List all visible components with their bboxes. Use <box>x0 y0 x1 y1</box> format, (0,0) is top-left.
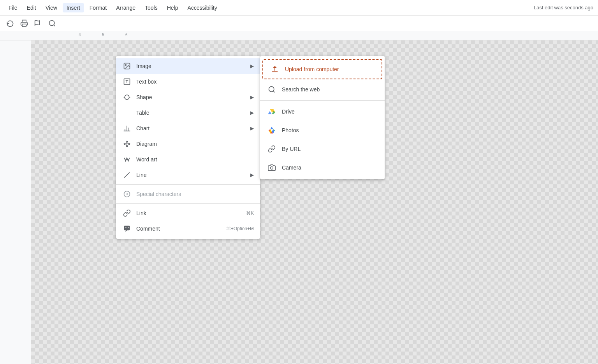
camera-icon <box>266 162 277 173</box>
ruler-mark-5: 5 <box>101 33 125 37</box>
menu-item-wordart[interactable]: Word art <box>116 152 260 167</box>
photos-icon <box>266 125 277 136</box>
insert-menu: Image ▶ Text box <box>116 56 260 239</box>
svg-line-27 <box>125 230 127 231</box>
svg-point-19 <box>126 145 127 147</box>
svg-point-34 <box>271 167 273 170</box>
search-web-label: Search the web <box>282 86 320 93</box>
svg-point-5 <box>125 65 127 66</box>
svg-rect-0 <box>22 24 26 26</box>
menu-tools[interactable]: Tools <box>141 3 162 12</box>
divider-2 <box>116 203 260 204</box>
table-submenu-arrow: ▶ <box>250 110 254 116</box>
menu-insert[interactable]: Insert <box>63 3 84 12</box>
divider-1 <box>116 184 260 185</box>
submenu-divider-1 <box>260 100 385 101</box>
shape-icon <box>122 93 132 102</box>
svg-rect-29 <box>127 227 127 228</box>
ruler: 4 5 6 <box>0 31 598 40</box>
menu-item-image[interactable]: Image ▶ <box>116 58 260 74</box>
canvas-area: Image ▶ Text box <box>31 40 598 364</box>
svg-rect-26 <box>124 226 130 231</box>
chart-icon <box>122 124 132 133</box>
main-content: Image ▶ Text box <box>0 40 598 364</box>
submenu-item-drive[interactable]: Drive <box>260 102 385 121</box>
menu-item-table[interactable]: Table ▶ <box>116 105 260 121</box>
menu-item-shape[interactable]: Shape ▶ <box>116 89 260 105</box>
textbox-label: Text box <box>136 79 254 85</box>
drive-icon <box>266 106 277 117</box>
submenu-item-upload[interactable]: Upload from computer <box>263 60 382 79</box>
menu-item-line[interactable]: Line ▶ <box>116 167 260 183</box>
comment-icon <box>122 224 132 233</box>
chart-submenu-arrow: ▶ <box>250 126 254 131</box>
menu-format[interactable]: Format <box>86 3 111 12</box>
submenu-item-photos[interactable]: Photos <box>260 121 385 140</box>
image-label: Image <box>136 63 250 69</box>
special-chars-icon: Ω <box>122 189 132 199</box>
comment-shortcut: ⌘+Option+M <box>226 226 254 231</box>
line-icon <box>122 170 132 180</box>
search-web-icon <box>266 84 277 95</box>
svg-point-2 <box>49 20 55 25</box>
paint-format-button[interactable] <box>33 18 44 29</box>
svg-line-23 <box>124 172 129 177</box>
shape-label: Shape <box>136 94 250 100</box>
menu-file[interactable]: File <box>5 3 21 12</box>
svg-text:Ω: Ω <box>126 192 128 196</box>
svg-rect-30 <box>128 227 129 228</box>
last-edit-status: Last edit was seconds ago <box>534 5 593 10</box>
link-icon <box>122 208 132 218</box>
image-icon <box>122 61 132 71</box>
link-label: Link <box>136 210 246 216</box>
textbox-icon <box>122 77 132 86</box>
menu-view[interactable]: View <box>42 3 61 12</box>
submenu-item-search-web[interactable]: Search the web <box>260 80 385 99</box>
svg-rect-28 <box>125 227 126 228</box>
ruler-markings: 4 5 6 <box>78 33 148 37</box>
link-shortcut: ⌘K <box>246 210 254 216</box>
svg-point-32 <box>269 87 274 92</box>
menu-item-chart[interactable]: Chart ▶ <box>116 121 260 136</box>
menu-edit[interactable]: Edit <box>23 3 40 12</box>
submenu-item-by-url[interactable]: By URL <box>260 140 385 158</box>
svg-line-3 <box>54 24 55 26</box>
svg-line-33 <box>273 91 275 93</box>
table-label: Table <box>136 110 250 116</box>
photos-label: Photos <box>282 127 299 133</box>
wordart-icon <box>122 155 132 164</box>
submenu-item-camera[interactable]: Camera <box>260 158 385 177</box>
image-submenu: Upload from computer Search the web <box>260 56 385 179</box>
upload-icon <box>269 64 280 75</box>
shape-submenu-arrow: ▶ <box>250 94 254 100</box>
ruler-mark-6: 6 <box>125 33 148 37</box>
line-submenu-arrow: ▶ <box>250 172 254 178</box>
comment-label: Comment <box>136 226 226 232</box>
image-submenu-arrow: ▶ <box>250 63 254 69</box>
line-label: Line <box>136 172 250 178</box>
menu-accessibility[interactable]: Accessibility <box>183 3 221 12</box>
diagram-icon <box>122 139 132 149</box>
zoom-button[interactable] <box>47 18 58 29</box>
ruler-mark-4: 4 <box>78 33 101 37</box>
menu-item-comment[interactable]: Comment ⌘+Option+M <box>116 221 260 236</box>
print-button[interactable] <box>19 18 30 29</box>
svg-point-17 <box>126 141 127 142</box>
menu-item-textbox[interactable]: Text box <box>116 74 260 89</box>
menu-arrange[interactable]: Arrange <box>112 3 139 12</box>
diagram-label: Diagram <box>136 141 254 147</box>
svg-rect-31 <box>272 72 278 72</box>
svg-point-9 <box>125 95 129 100</box>
undo-button[interactable] <box>5 18 16 29</box>
toolbar <box>0 16 598 31</box>
left-sidebar <box>0 40 31 364</box>
upload-label: Upload from computer <box>285 66 339 72</box>
menu-item-link[interactable]: Link ⌘K <box>116 205 260 221</box>
special-chars-label: Special characters <box>136 191 254 197</box>
menu-item-special-chars: Ω Special characters <box>116 186 260 202</box>
menu-item-diagram[interactable]: Diagram <box>116 136 260 152</box>
menu-help[interactable]: Help <box>163 3 182 12</box>
wordart-label: Word art <box>136 156 254 163</box>
svg-point-16 <box>124 143 125 144</box>
camera-label: Camera <box>282 164 301 171</box>
